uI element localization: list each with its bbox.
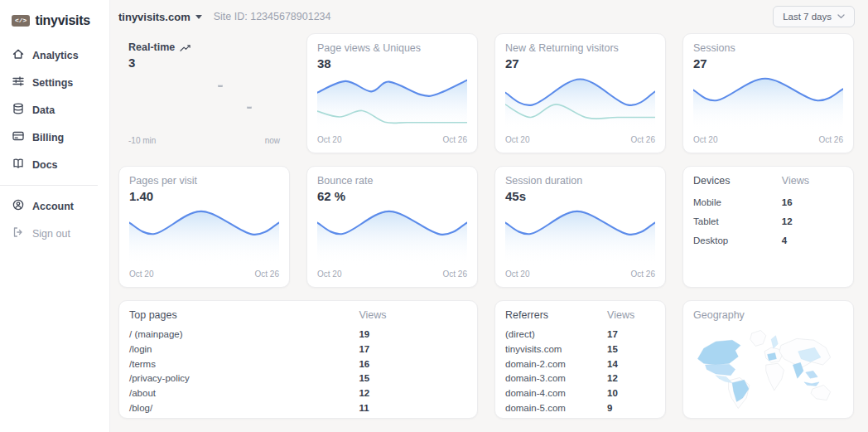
sidebar-item-analytics[interactable]: Analytics [0,41,109,69]
referrers-title: Referrers [505,309,607,321]
card-title: Page views & Uniques [317,42,467,54]
top-pages-title: Top pages [129,309,359,321]
central-europe-highlight [768,353,777,361]
card-geography: Geography [682,300,854,419]
brand-logo[interactable]: </> tinyvisits [0,8,109,41]
page-row: /terms16 [129,357,467,372]
x-axis-start: Oct 20 [317,135,341,144]
caret-down-icon [195,15,202,19]
sidebar-item-label: Billing [32,132,64,143]
device-label: Desktop [693,231,782,250]
device-views: 12 [782,212,843,231]
sidebar: </> tinyvisits Analytics Settings Data B… [0,0,110,432]
chevron-down-icon [837,14,845,19]
realtime-marker [218,85,223,87]
device-label: Tablet [693,212,782,231]
x-axis-end: Oct 26 [255,269,279,279]
x-axis-end: Oct 26 [631,135,655,144]
database-icon [12,102,25,118]
topbar: tinyvisits.com Site ID: 12345678901234 L… [118,0,855,33]
device-views: 16 [782,193,843,212]
referrer-row: domain-3.com12 [505,371,655,386]
card-value: 1.40 [129,189,279,203]
device-row: Tablet 12 [693,212,843,231]
canada-highlight [697,340,740,365]
x-axis-end: Oct 26 [443,269,467,279]
referrer-source: tinyvisits.com [505,342,607,357]
page-path: /login [129,342,359,357]
date-range-button[interactable]: Last 7 days [773,6,855,27]
app-window: </> tinyvisits Analytics Settings Data B… [0,0,868,432]
referrer-source: domain-5.com [505,401,607,416]
mexico-highlight [716,376,732,383]
device-views: 4 [782,231,843,250]
referrer-row: domain-5.com9 [505,401,655,416]
page-views: 15 [359,371,467,386]
page-views: 12 [359,386,467,401]
sidebar-item-docs[interactable]: Docs [0,151,109,178]
x-axis-start: Oct 20 [505,269,529,279]
x-axis-end: Oct 26 [443,135,467,144]
scandinavia-highlight [771,336,778,348]
card-value: 62 % [317,189,467,203]
devices-title: Devices [693,175,782,187]
sidebar-item-billing[interactable]: Billing [0,124,109,151]
card-title: Bounce rate [317,175,467,187]
page-path: /blog/ [129,401,359,416]
referrer-row: (direct)17 [505,328,655,342]
views-header: Views [607,309,655,321]
sidebar-item-label: Sign out [32,228,70,240]
card-title: New & Returning visitors [505,42,655,54]
realtime-value: 3 [128,56,280,70]
sidebar-item-label: Account [32,201,74,212]
page-views: 19 [359,328,467,342]
sidebar-item-label: Data [32,104,55,116]
area-chart [317,74,467,131]
sidebar-item-account[interactable]: Account [0,192,109,220]
area-chart [693,74,843,131]
greenland-shape [750,330,766,346]
card-value: 27 [505,56,655,70]
africa-shape [766,363,784,391]
card-pageviews-uniques: Page views & Uniques 38 Oct 20 Oct 26 [306,33,478,153]
x-axis-end: Oct 26 [631,269,655,279]
referrer-source: (direct) [505,328,607,342]
brand-name: tinyvisits [35,13,89,28]
realtime-marker [247,106,252,109]
usa-highlight [705,364,735,376]
x-axis-end: Oct 26 [819,135,843,144]
page-views: 17 [359,342,467,357]
page-views: 16 [359,357,467,372]
area-chart [505,206,655,265]
code-icon: </> [12,15,30,27]
card-sessions: Sessions 27 Oct 20 Oct 26 [682,33,854,153]
sidebar-item-label: Analytics [32,50,79,61]
site-selector[interactable]: tinyvisits.com [118,11,202,23]
sliders-icon [12,75,25,90]
credit-card-icon [12,129,25,145]
referrer-views: 15 [607,342,655,357]
book-icon [12,157,25,172]
referrer-views: 14 [607,357,655,372]
date-range-label: Last 7 days [783,12,832,22]
referrer-row: domain-4.com10 [505,386,655,401]
card-referrers: Referrers Views (direct)17 tinyvisits.co… [494,300,666,419]
card-session-duration: Session duration 45s Oct 20 Oct 26 [494,166,666,288]
referrer-views: 12 [607,371,655,386]
card-title: Sessions [693,42,843,54]
referrer-row: domain-2.com14 [505,357,655,372]
area-chart [317,206,467,265]
referrer-source: domain-2.com [505,357,607,372]
card-value: 45s [505,189,655,203]
page-path: / (mainpage) [129,328,359,342]
page-row: /login17 [129,342,467,357]
page-views: 11 [359,401,467,416]
page-path: /privacy-policy [129,371,359,386]
sidebar-item-signout[interactable]: Sign out [0,220,109,247]
sidebar-item-data[interactable]: Data [0,96,109,124]
sidebar-item-settings[interactable]: Settings [0,69,109,96]
card-new-returning: New & Returning visitors 27 Oct 20 Oct 2… [494,33,666,153]
referrer-source: domain-4.com [505,386,607,401]
realtime-title: Real-time [128,41,175,53]
area-chart [129,206,279,265]
